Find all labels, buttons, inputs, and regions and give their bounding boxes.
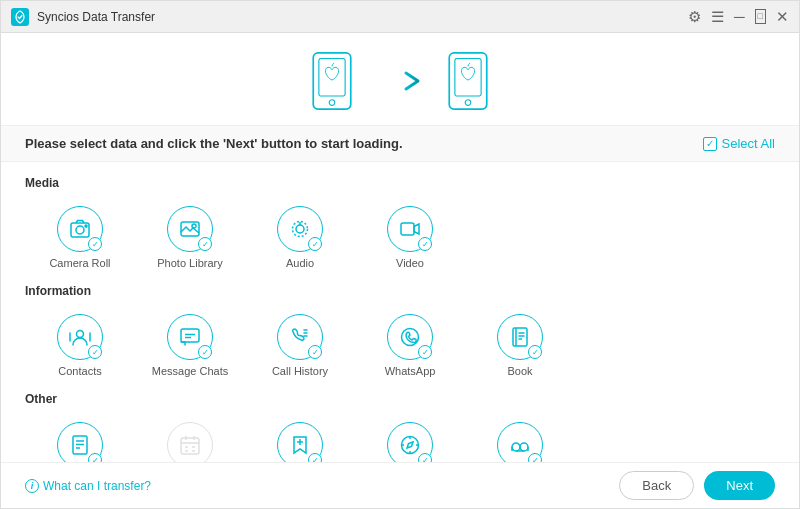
whatsapp-label: WhatsApp xyxy=(385,365,436,378)
app-window: Syncios Data Transfer ⚙ ☰ ─ □ ✕ xyxy=(0,0,800,509)
call-history-icon: ✓ xyxy=(277,314,323,360)
item-bookmarks[interactable]: ✓ Bookmarks xyxy=(245,414,355,462)
bookmarks-badge: ✓ xyxy=(308,453,322,462)
camera-roll-label: Camera Roll xyxy=(49,257,110,270)
title-bar: Syncios Data Transfer ⚙ ☰ ─ □ ✕ xyxy=(1,1,799,33)
minimize-icon[interactable]: ─ xyxy=(734,8,745,25)
section-media-label: Media xyxy=(25,176,775,190)
select-all-label: Select All xyxy=(722,136,775,151)
instruction-text: Please select data and click the 'Next' … xyxy=(25,136,403,151)
safari-history-icon: ✓ xyxy=(387,422,433,462)
notes-badge: ✓ xyxy=(88,453,102,462)
item-video[interactable]: ✓ Video xyxy=(355,198,465,278)
svg-point-10 xyxy=(192,224,196,228)
photo-library-label: Photo Library xyxy=(157,257,222,270)
dest-phone xyxy=(444,51,492,111)
info-icon: i xyxy=(25,479,39,493)
svg-point-16 xyxy=(402,329,419,346)
footer: i What can I transfer? Back Next xyxy=(1,462,799,508)
whatsapp-icon: ✓ xyxy=(387,314,433,360)
safari-history-badge: ✓ xyxy=(418,453,432,462)
camera-roll-badge: ✓ xyxy=(88,237,102,251)
item-contacts[interactable]: ✓ Contacts xyxy=(25,306,135,386)
svg-rect-13 xyxy=(401,223,414,235)
phone-header xyxy=(1,33,799,125)
svg-rect-15 xyxy=(181,329,199,342)
other-items-grid: ✓ Notes xyxy=(25,414,775,462)
instruction-bar: Please select data and click the 'Next' … xyxy=(1,125,799,162)
item-photo-library[interactable]: ✓ Photo Library xyxy=(135,198,245,278)
media-items-grid: ✓ Camera Roll ✓ xyxy=(25,198,775,278)
bookmarks-icon: ✓ xyxy=(277,422,323,462)
message-chats-icon: ✓ xyxy=(167,314,213,360)
video-icon: ✓ xyxy=(387,206,433,252)
svg-point-5 xyxy=(465,100,471,106)
svg-point-7 xyxy=(76,226,84,234)
item-book[interactable]: ✓ Book xyxy=(465,306,575,386)
message-chats-label: Message Chats xyxy=(152,365,228,378)
next-button[interactable]: Next xyxy=(704,471,775,500)
item-safari-history[interactable]: ✓ Safari History xyxy=(355,414,465,462)
message-chats-badge: ✓ xyxy=(198,345,212,359)
video-badge: ✓ xyxy=(418,237,432,251)
settings-icon[interactable]: ⚙ xyxy=(688,8,701,26)
item-audio[interactable]: ✓ Audio xyxy=(245,198,355,278)
item-voice-mail[interactable]: ✓ Voice Mail xyxy=(465,414,575,462)
svg-rect-17 xyxy=(513,328,527,346)
book-label: Book xyxy=(507,365,532,378)
svg-point-8 xyxy=(85,225,87,227)
item-message-chats[interactable]: ✓ Message Chats xyxy=(135,306,245,386)
app-title: Syncios Data Transfer xyxy=(37,10,688,24)
audio-badge: ✓ xyxy=(308,237,322,251)
audio-icon: ✓ xyxy=(277,206,323,252)
voice-mail-icon: ✓ xyxy=(497,422,543,462)
app-logo xyxy=(11,8,29,26)
item-notes[interactable]: ✓ Notes xyxy=(25,414,135,462)
section-other: Other ✓ Notes xyxy=(25,392,775,462)
transfer-arrow xyxy=(376,67,424,95)
calendar-icon xyxy=(167,422,213,462)
maximize-icon[interactable]: □ xyxy=(755,9,766,24)
call-history-badge: ✓ xyxy=(308,345,322,359)
section-media: Media ✓ Camera Roll xyxy=(25,176,775,278)
camera-roll-icon: ✓ xyxy=(57,206,103,252)
item-camera-roll[interactable]: ✓ Camera Roll xyxy=(25,198,135,278)
contacts-icon: ✓ xyxy=(57,314,103,360)
svg-point-2 xyxy=(329,100,335,106)
call-history-label: Call History xyxy=(272,365,328,378)
item-whatsapp[interactable]: ✓ WhatsApp xyxy=(355,306,465,386)
select-all-button[interactable]: Select All xyxy=(703,136,775,151)
svg-point-21 xyxy=(512,443,520,451)
svg-point-11 xyxy=(296,225,304,233)
menu-icon[interactable]: ☰ xyxy=(711,8,724,26)
notes-icon: ✓ xyxy=(57,422,103,462)
back-button[interactable]: Back xyxy=(619,471,694,500)
select-all-checkbox[interactable] xyxy=(703,137,717,151)
data-sections: Media ✓ Camera Roll xyxy=(1,162,799,462)
section-information: Information ✓ Conta xyxy=(25,284,775,386)
window-controls: ⚙ ☰ ─ □ ✕ xyxy=(688,8,789,26)
svg-rect-19 xyxy=(181,438,199,454)
what-can-transfer-link[interactable]: i What can I transfer? xyxy=(25,479,151,493)
svg-rect-4 xyxy=(455,59,481,97)
svg-rect-1 xyxy=(319,59,345,97)
item-calendar: Calendar xyxy=(135,414,245,462)
item-call-history[interactable]: ✓ Call History xyxy=(245,306,355,386)
photo-library-icon: ✓ xyxy=(167,206,213,252)
main-content: Please select data and click the 'Next' … xyxy=(1,33,799,508)
section-other-label: Other xyxy=(25,392,775,406)
book-badge: ✓ xyxy=(528,345,542,359)
contacts-label: Contacts xyxy=(58,365,101,378)
voice-mail-badge: ✓ xyxy=(528,453,542,462)
book-icon: ✓ xyxy=(497,314,543,360)
section-info-label: Information xyxy=(25,284,775,298)
close-icon[interactable]: ✕ xyxy=(776,8,789,26)
video-label: Video xyxy=(396,257,424,270)
source-phone xyxy=(308,51,356,111)
svg-point-20 xyxy=(402,437,419,454)
footer-buttons: Back Next xyxy=(619,471,775,500)
svg-point-22 xyxy=(520,443,528,451)
contacts-badge: ✓ xyxy=(88,345,102,359)
svg-point-14 xyxy=(77,331,84,338)
footer-link-text: What can I transfer? xyxy=(43,479,151,493)
